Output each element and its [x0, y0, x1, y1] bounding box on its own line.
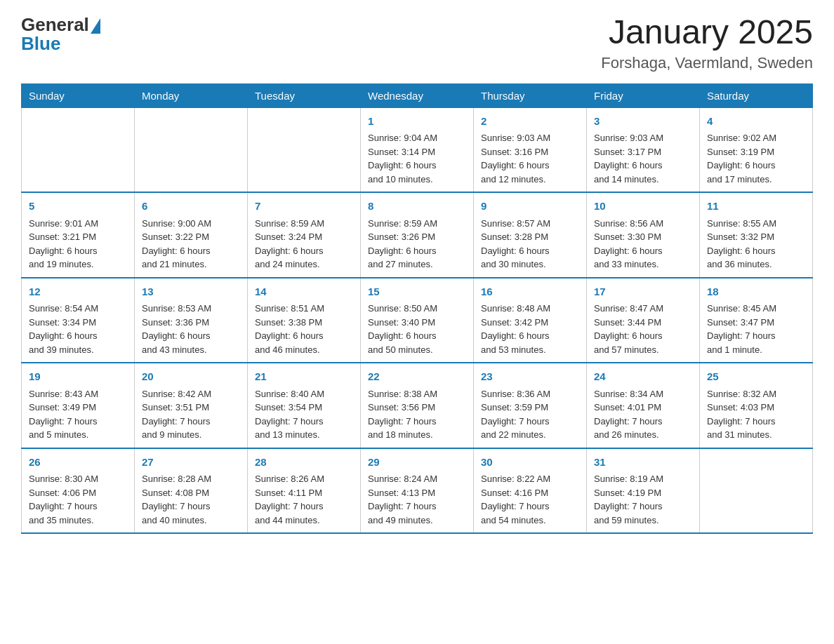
day-info: Sunset: 3:54 PM — [255, 401, 353, 415]
weekday-header: Wednesday — [361, 83, 474, 107]
calendar-cell: 6Sunrise: 9:00 AMSunset: 3:22 PMDaylight… — [135, 192, 248, 278]
day-info: Sunrise: 8:57 AM — [481, 217, 579, 231]
day-number: 23 — [481, 369, 579, 385]
day-info: Daylight: 6 hours — [481, 244, 579, 258]
day-info: Sunset: 3:22 PM — [142, 230, 240, 244]
day-number: 3 — [594, 114, 692, 130]
day-info: Sunset: 3:28 PM — [481, 230, 579, 244]
day-info: Sunset: 3:40 PM — [368, 316, 466, 330]
day-info: Sunrise: 8:48 AM — [481, 302, 579, 316]
day-number: 2 — [481, 114, 579, 130]
weekday-header: Saturday — [700, 83, 813, 107]
day-info: Sunrise: 8:38 AM — [368, 387, 466, 401]
day-info: and 59 minutes. — [594, 514, 692, 528]
day-info: Daylight: 6 hours — [707, 244, 805, 258]
day-info: and 1 minute. — [707, 343, 805, 357]
day-number: 6 — [142, 199, 240, 215]
day-info: Sunset: 4:13 PM — [368, 486, 466, 500]
day-info: Daylight: 7 hours — [142, 415, 240, 429]
day-number: 24 — [594, 369, 692, 385]
calendar-subtitle: Forshaga, Vaermland, Sweden — [601, 54, 813, 72]
day-info: Daylight: 6 hours — [594, 244, 692, 258]
calendar-cell: 18Sunrise: 8:45 AMSunset: 3:47 PMDayligh… — [700, 278, 813, 363]
day-info: Sunrise: 8:54 AM — [29, 302, 127, 316]
day-info: and 21 minutes. — [142, 257, 240, 271]
day-info: Sunrise: 8:55 AM — [707, 217, 805, 231]
day-info: Sunrise: 8:19 AM — [594, 472, 692, 486]
day-info: Sunset: 3:30 PM — [594, 230, 692, 244]
weekday-header: Sunday — [22, 83, 135, 107]
calendar-cell: 15Sunrise: 8:50 AMSunset: 3:40 PMDayligh… — [361, 278, 474, 363]
day-number: 19 — [29, 369, 127, 385]
day-info: and 50 minutes. — [368, 343, 466, 357]
day-info: Sunrise: 8:59 AM — [255, 217, 353, 231]
calendar-cell: 31Sunrise: 8:19 AMSunset: 4:19 PMDayligh… — [587, 448, 700, 534]
day-info: Sunrise: 8:45 AM — [707, 302, 805, 316]
day-info: Daylight: 6 hours — [29, 329, 127, 343]
calendar-cell: 16Sunrise: 8:48 AMSunset: 3:42 PMDayligh… — [474, 278, 587, 363]
day-info: Sunrise: 8:59 AM — [368, 217, 466, 231]
day-number: 28 — [255, 455, 353, 471]
calendar-week-row: 19Sunrise: 8:43 AMSunset: 3:49 PMDayligh… — [22, 363, 813, 448]
day-info: Sunset: 3:34 PM — [29, 316, 127, 330]
day-info: Sunset: 4:11 PM — [255, 486, 353, 500]
day-info: Daylight: 7 hours — [368, 415, 466, 429]
day-info: and 13 minutes. — [255, 428, 353, 442]
calendar-cell: 20Sunrise: 8:42 AMSunset: 3:51 PMDayligh… — [135, 363, 248, 448]
calendar-week-row: 12Sunrise: 8:54 AMSunset: 3:34 PMDayligh… — [22, 278, 813, 363]
calendar-cell: 17Sunrise: 8:47 AMSunset: 3:44 PMDayligh… — [587, 278, 700, 363]
day-number: 15 — [368, 284, 466, 300]
day-info: Sunset: 4:03 PM — [707, 401, 805, 415]
calendar-cell: 24Sunrise: 8:34 AMSunset: 4:01 PMDayligh… — [587, 363, 700, 448]
day-number: 17 — [594, 284, 692, 300]
day-number: 27 — [142, 455, 240, 471]
day-info: Daylight: 6 hours — [142, 329, 240, 343]
day-info: Sunset: 4:19 PM — [594, 486, 692, 500]
day-info: Sunrise: 9:04 AM — [368, 131, 466, 145]
calendar-table: SundayMondayTuesdayWednesdayThursdayFrid… — [21, 83, 813, 535]
calendar-cell: 30Sunrise: 8:22 AMSunset: 4:16 PMDayligh… — [474, 448, 587, 534]
day-number: 30 — [481, 455, 579, 471]
day-info: Sunrise: 8:36 AM — [481, 387, 579, 401]
day-info: Daylight: 7 hours — [707, 415, 805, 429]
day-info: Sunrise: 8:42 AM — [142, 387, 240, 401]
day-info: Daylight: 6 hours — [29, 244, 127, 258]
day-info: Daylight: 6 hours — [368, 329, 466, 343]
day-info: and 30 minutes. — [481, 257, 579, 271]
calendar-week-row: 1Sunrise: 9:04 AMSunset: 3:14 PMDaylight… — [22, 107, 813, 192]
day-number: 21 — [255, 369, 353, 385]
day-number: 5 — [29, 199, 127, 215]
day-number: 18 — [707, 284, 805, 300]
day-info: and 46 minutes. — [255, 343, 353, 357]
day-info: Sunrise: 8:22 AM — [481, 472, 579, 486]
day-info: Daylight: 6 hours — [255, 244, 353, 258]
day-info: Sunrise: 8:40 AM — [255, 387, 353, 401]
day-info: and 22 minutes. — [481, 428, 579, 442]
day-info: Daylight: 7 hours — [707, 329, 805, 343]
logo: General Blue — [21, 14, 100, 55]
day-info: Sunrise: 8:47 AM — [594, 302, 692, 316]
day-info: Daylight: 7 hours — [29, 499, 127, 514]
day-info: and 12 minutes. — [481, 173, 579, 187]
day-number: 16 — [481, 284, 579, 300]
day-info: Sunset: 3:49 PM — [29, 401, 127, 415]
day-info: Sunset: 4:01 PM — [594, 401, 692, 415]
day-info: Daylight: 7 hours — [594, 415, 692, 429]
day-number: 11 — [707, 199, 805, 215]
day-info: Sunrise: 8:56 AM — [594, 217, 692, 231]
day-info: Daylight: 7 hours — [481, 415, 579, 429]
day-info: and 19 minutes. — [29, 257, 127, 271]
calendar-cell: 14Sunrise: 8:51 AMSunset: 3:38 PMDayligh… — [248, 278, 361, 363]
day-info: Sunset: 4:16 PM — [481, 486, 579, 500]
day-info: Sunrise: 8:51 AM — [255, 302, 353, 316]
day-info: and 36 minutes. — [707, 257, 805, 271]
calendar-title: January 2025 — [601, 14, 813, 51]
day-info: Sunset: 3:17 PM — [594, 145, 692, 159]
day-info: Sunset: 3:36 PM — [142, 316, 240, 330]
day-info: Daylight: 7 hours — [594, 499, 692, 514]
day-info: Daylight: 7 hours — [142, 499, 240, 514]
day-info: Sunset: 3:26 PM — [368, 230, 466, 244]
calendar-cell: 26Sunrise: 8:30 AMSunset: 4:06 PMDayligh… — [22, 448, 135, 534]
day-info: and 17 minutes. — [707, 173, 805, 187]
calendar-cell: 9Sunrise: 8:57 AMSunset: 3:28 PMDaylight… — [474, 192, 587, 278]
